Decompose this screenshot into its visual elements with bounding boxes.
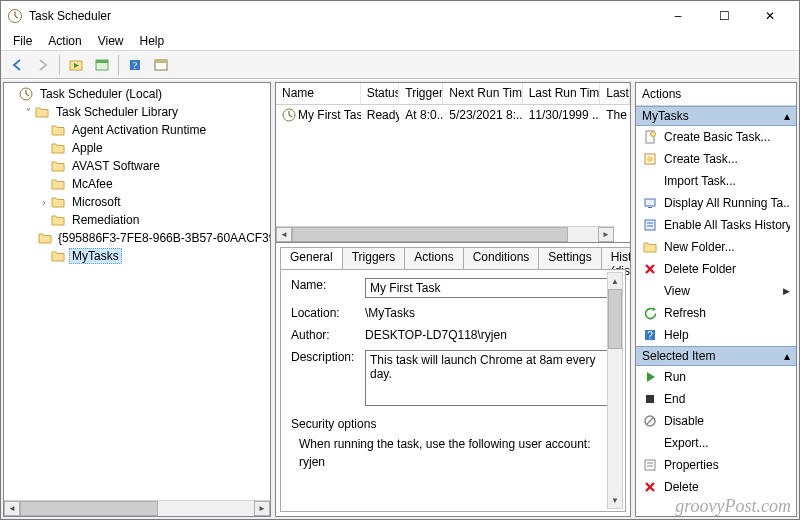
action-refresh[interactable]: Refresh — [636, 302, 796, 324]
tree-horizontal-scrollbar[interactable]: ◄ ► — [4, 500, 270, 516]
tab-actions[interactable]: Actions — [404, 247, 463, 269]
scroll-left-arrow-icon[interactable]: ◄ — [4, 501, 20, 516]
deletex-icon — [642, 261, 658, 277]
svg-line-34 — [647, 418, 654, 425]
clock-icon — [18, 86, 34, 102]
close-button[interactable]: ✕ — [747, 1, 793, 31]
tab-general[interactable]: General — [280, 247, 343, 269]
tree-item-mytasks[interactable]: MyTasks — [6, 247, 270, 265]
folder-icon — [50, 212, 66, 228]
svg-point-18 — [651, 132, 656, 137]
folder-icon — [34, 104, 50, 120]
svg-rect-6 — [96, 60, 108, 63]
action-enable-all-tasks-history[interactable]: Enable All Tasks History — [636, 214, 796, 236]
blank-icon — [642, 173, 658, 189]
menubar: FileActionViewHelp — [1, 31, 799, 51]
blank-icon — [642, 283, 658, 299]
tab-history-disabled-[interactable]: History (disabled) — [601, 247, 630, 269]
doc-icon — [642, 129, 658, 145]
folder-icon — [50, 194, 66, 210]
scroll-left-arrow-icon[interactable]: ◄ — [276, 227, 292, 242]
action-create-basic-task[interactable]: Create Basic Task... — [636, 126, 796, 148]
action-help[interactable]: ?Help — [636, 324, 796, 346]
column-name[interactable]: Name — [276, 83, 361, 104]
column-triggers[interactable]: Triggers — [399, 83, 443, 104]
actions-section-mytasks[interactable]: MyTasks ▴ — [636, 106, 796, 126]
end-icon — [642, 391, 658, 407]
run-toolbar-button[interactable] — [64, 53, 88, 77]
action-delete[interactable]: Delete — [636, 476, 796, 498]
props-icon — [642, 457, 658, 473]
tree-root[interactable]: Task Scheduler (Local) — [6, 85, 270, 103]
svg-text:?: ? — [647, 330, 653, 341]
tree-item-apple[interactable]: Apple — [6, 139, 270, 157]
action-import-task[interactable]: Import Task... — [636, 170, 796, 192]
actions-section-selected[interactable]: Selected Item ▴ — [636, 346, 796, 366]
description-field[interactable]: This task will launch Chrome at 8am ever… — [365, 350, 615, 406]
forward-button[interactable] — [31, 53, 55, 77]
security-options-header: Security options — [291, 417, 615, 431]
folder-icon — [50, 176, 66, 192]
tree-item-agent-activation-runtime[interactable]: Agent Activation Runtime — [6, 121, 270, 139]
action-display-all-running-ta[interactable]: Display All Running Ta... — [636, 192, 796, 214]
details-vertical-scrollbar[interactable]: ▲ ▼ — [607, 272, 623, 509]
tree-pane: Task Scheduler (Local)˅Task Scheduler Li… — [3, 82, 271, 517]
menu-help[interactable]: Help — [132, 32, 173, 50]
folder-icon — [50, 140, 66, 156]
column-last-r[interactable]: Last R — [600, 83, 630, 104]
toolbar: ? — [1, 51, 799, 79]
svg-text:?: ? — [133, 60, 138, 71]
scroll-up-arrow-icon[interactable]: ▲ — [608, 273, 622, 289]
svg-rect-32 — [646, 395, 654, 403]
menu-view[interactable]: View — [90, 32, 132, 50]
new-window-toolbar-button[interactable] — [90, 53, 114, 77]
name-field[interactable] — [365, 278, 615, 298]
scroll-down-arrow-icon[interactable]: ▼ — [608, 492, 622, 508]
tree-item-mcafee[interactable]: McAfee — [6, 175, 270, 193]
minimize-button[interactable]: – — [655, 1, 701, 31]
enable-icon — [642, 217, 658, 233]
action-properties[interactable]: Properties — [636, 454, 796, 476]
column-last-run-time[interactable]: Last Run Time — [523, 83, 601, 104]
maximize-button[interactable]: ☐ — [701, 1, 747, 31]
column-status[interactable]: Status — [361, 83, 400, 104]
expand-icon[interactable]: › — [38, 197, 50, 208]
tree-item-remediation[interactable]: Remediation — [6, 211, 270, 229]
newtask-icon — [642, 151, 658, 167]
help-icon: ? — [642, 327, 658, 343]
deletex-icon — [642, 479, 658, 495]
actions-pane: Actions MyTasks ▴ Create Basic Task...Cr… — [635, 82, 797, 517]
back-button[interactable] — [5, 53, 29, 77]
action-delete-folder[interactable]: Delete Folder — [636, 258, 796, 280]
clock-icon — [282, 108, 296, 122]
action-view[interactable]: View▶ — [636, 280, 796, 302]
action-create-task[interactable]: Create Task... — [636, 148, 796, 170]
center-pane: NameStatusTriggersNext Run TimeLast Run … — [275, 82, 631, 517]
action-disable[interactable]: Disable — [636, 410, 796, 432]
action-run[interactable]: Run — [636, 366, 796, 388]
scroll-right-arrow-icon[interactable]: ► — [598, 227, 614, 242]
titlebar: Task Scheduler – ☐ ✕ — [1, 1, 799, 31]
tree-item--595886f3-7fe8-966b-3b57-60aacf398[interactable]: {595886F3-7FE8-966B-3B57-60AACF398 — [6, 229, 270, 247]
tab-triggers[interactable]: Triggers — [342, 247, 406, 269]
task-row[interactable]: My First TaskReadyAt 8:0...5/23/2021 8:.… — [276, 105, 630, 125]
scroll-right-arrow-icon[interactable]: ► — [254, 501, 270, 516]
action-new-folder[interactable]: New Folder... — [636, 236, 796, 258]
tree-library[interactable]: ˅Task Scheduler Library — [6, 103, 270, 121]
expand-icon[interactable]: ˅ — [22, 107, 34, 118]
action-end[interactable]: End — [636, 388, 796, 410]
tab-settings[interactable]: Settings — [538, 247, 601, 269]
action-export[interactable]: Export... — [636, 432, 796, 454]
panel-toolbar-button[interactable] — [149, 53, 173, 77]
svg-point-20 — [647, 156, 653, 162]
actions-header: Actions — [636, 83, 796, 106]
list-horizontal-scrollbar[interactable]: ◄ ► — [276, 226, 614, 242]
menu-action[interactable]: Action — [40, 32, 89, 50]
menu-file[interactable]: File — [5, 32, 40, 50]
tree-item-microsoft[interactable]: ›Microsoft — [6, 193, 270, 211]
help-toolbar-button[interactable]: ? — [123, 53, 147, 77]
tab-conditions[interactable]: Conditions — [463, 247, 540, 269]
tree-item-avast-software[interactable]: AVAST Software — [6, 157, 270, 175]
column-next-run-time[interactable]: Next Run Time — [443, 83, 522, 104]
author-value: DESKTOP-LD7Q118\ryjen — [365, 328, 615, 342]
